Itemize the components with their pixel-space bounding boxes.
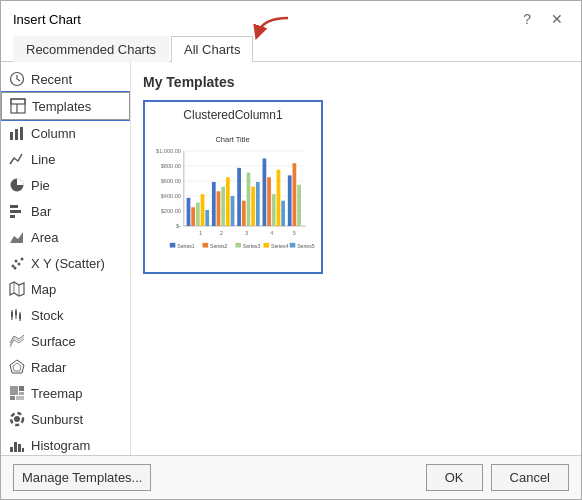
svg-text:Chart Title: Chart Title [215, 135, 249, 144]
sidebar-label-templates: Templates [32, 99, 91, 114]
main-content: My Templates ClusteredColumn1 Chart Titl… [131, 62, 581, 455]
svg-text:$-: $- [176, 223, 181, 229]
svg-rect-106 [290, 243, 296, 248]
svg-rect-79 [231, 196, 235, 226]
sidebar-item-pie[interactable]: Pie [1, 172, 130, 198]
ok-button[interactable]: OK [426, 464, 483, 491]
svg-point-17 [14, 267, 17, 270]
sidebar-label-line: Line [31, 152, 56, 167]
svg-text:4: 4 [270, 230, 273, 236]
sidebar-item-radar[interactable]: Radar [1, 354, 130, 380]
svg-text:3: 3 [245, 230, 248, 236]
svg-rect-84 [256, 182, 260, 226]
sidebar-item-histogram[interactable]: Histogram [1, 432, 130, 455]
sidebar-label-surface: Surface [31, 334, 76, 349]
svg-rect-104 [263, 243, 269, 248]
insert-chart-dialog: Insert Chart ? ✕ Recommended Charts All … [0, 0, 582, 500]
sidebar-item-bar[interactable]: Bar [1, 198, 130, 224]
svg-rect-23 [15, 311, 17, 315]
sidebar-item-scatter[interactable]: X Y (Scatter) [1, 250, 130, 276]
sidebar-label-stock: Stock [31, 308, 64, 323]
sidebar-label-treemap: Treemap [31, 386, 83, 401]
svg-rect-86 [267, 177, 271, 226]
chart-name: ClusteredColumn1 [151, 108, 315, 122]
svg-point-15 [18, 263, 21, 266]
svg-rect-70 [187, 198, 191, 226]
svg-rect-7 [20, 127, 23, 140]
svg-point-14 [15, 260, 18, 263]
sunburst-icon [9, 411, 25, 427]
svg-rect-29 [19, 386, 24, 391]
manage-templates-button[interactable]: Manage Templates... [13, 464, 151, 491]
sidebar: Recent Templates [1, 62, 131, 455]
svg-rect-37 [18, 444, 21, 452]
svg-rect-80 [237, 168, 241, 226]
svg-text:Series5: Series5 [297, 243, 315, 249]
stock-icon [9, 307, 25, 323]
chart-item-clustered[interactable]: ClusteredColumn1 Chart Title $1,000.00 $… [143, 100, 323, 274]
svg-rect-89 [281, 201, 285, 226]
sidebar-item-treemap[interactable]: Treemap [1, 380, 130, 406]
svg-rect-83 [251, 187, 255, 226]
footer: Manage Templates... OK Cancel [1, 455, 581, 499]
svg-rect-11 [10, 215, 15, 218]
sidebar-item-area[interactable]: Area [1, 224, 130, 250]
svg-rect-3 [11, 99, 25, 104]
content-area: Recent Templates [1, 62, 581, 455]
svg-rect-92 [297, 185, 301, 226]
svg-text:5: 5 [293, 230, 296, 236]
svg-text:$200.00: $200.00 [161, 208, 181, 214]
svg-rect-30 [19, 392, 24, 395]
radar-icon [9, 359, 25, 375]
sidebar-label-recent: Recent [31, 72, 72, 87]
sidebar-label-scatter: X Y (Scatter) [31, 256, 105, 271]
svg-rect-71 [191, 207, 195, 226]
title-bar-buttons: ? ✕ [517, 9, 569, 29]
sidebar-item-column[interactable]: Column [1, 120, 130, 146]
svg-rect-10 [10, 210, 21, 213]
sidebar-item-surface[interactable]: Surface [1, 328, 130, 354]
svg-rect-25 [19, 314, 21, 319]
sidebar-item-line[interactable]: Line [1, 146, 130, 172]
svg-rect-85 [263, 159, 267, 226]
tabs-row: Recommended Charts All Charts [1, 29, 581, 62]
tab-recommended[interactable]: Recommended Charts [13, 36, 169, 62]
sidebar-item-sunburst[interactable]: Sunburst [1, 406, 130, 432]
svg-text:Series1: Series1 [177, 243, 195, 249]
help-button[interactable]: ? [517, 9, 537, 29]
sidebar-label-area: Area [31, 230, 58, 245]
svg-rect-100 [203, 243, 209, 248]
svg-text:$1,000.00: $1,000.00 [156, 148, 181, 154]
svg-marker-12 [10, 232, 23, 243]
histogram-icon [9, 437, 25, 453]
svg-rect-77 [221, 187, 225, 226]
cancel-button[interactable]: Cancel [491, 464, 569, 491]
sidebar-item-recent[interactable]: Recent [1, 66, 130, 92]
sidebar-label-pie: Pie [31, 178, 50, 193]
sidebar-label-column: Column [31, 126, 76, 141]
close-button[interactable]: ✕ [545, 9, 569, 29]
sidebar-label-map: Map [31, 282, 56, 297]
svg-rect-81 [242, 201, 246, 226]
column-icon [9, 125, 25, 141]
svg-rect-75 [212, 182, 216, 226]
sidebar-item-map[interactable]: Map [1, 276, 130, 302]
svg-marker-27 [13, 363, 21, 371]
sidebar-item-templates[interactable]: Templates [1, 92, 130, 120]
chart-preview: Chart Title $1,000.00 $800.00 $600.00 $4… [151, 126, 315, 266]
footer-right: OK Cancel [426, 464, 569, 491]
svg-text:$800.00: $800.00 [161, 163, 181, 169]
sidebar-item-stock[interactable]: Stock [1, 302, 130, 328]
section-title: My Templates [143, 74, 569, 90]
dialog-title: Insert Chart [13, 12, 81, 27]
svg-rect-73 [201, 194, 205, 226]
svg-text:Series2: Series2 [210, 243, 228, 249]
templates-icon [10, 98, 26, 114]
svg-rect-87 [272, 194, 276, 226]
svg-rect-90 [288, 175, 292, 226]
svg-text:1: 1 [199, 230, 202, 236]
tab-all-charts[interactable]: All Charts [171, 36, 253, 62]
recent-icon [9, 71, 25, 87]
sidebar-label-sunburst: Sunburst [31, 412, 83, 427]
svg-rect-36 [14, 442, 17, 452]
